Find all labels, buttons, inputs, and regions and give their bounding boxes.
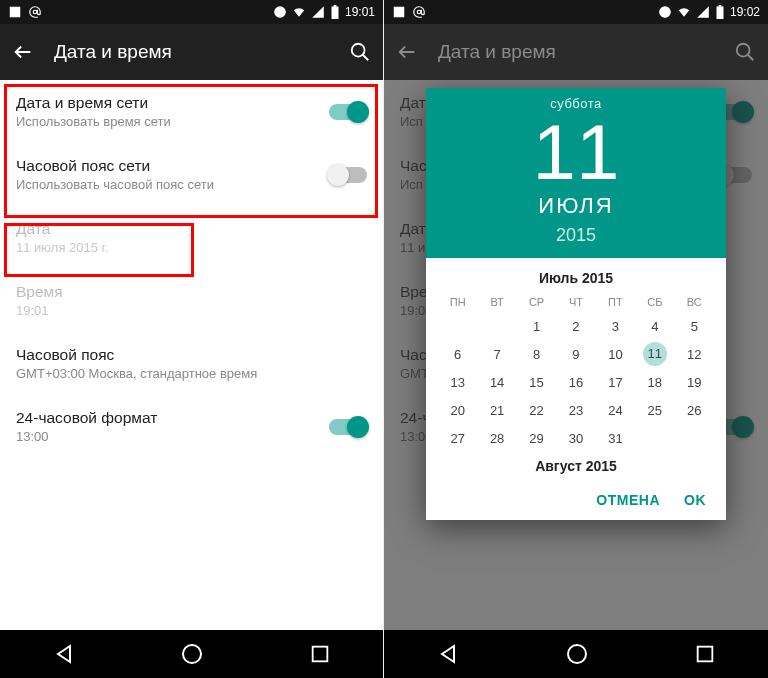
calendar-day[interactable]: 27: [438, 424, 477, 452]
row-subtitle: Использовать время сети: [16, 114, 329, 129]
no-sim-icon: [658, 5, 672, 19]
calendar-day[interactable]: 7: [477, 340, 516, 368]
back-icon[interactable]: [12, 41, 34, 63]
row-network-timezone[interactable]: Часовой пояс сети Использовать часовой п…: [0, 143, 383, 206]
battery-icon: [330, 5, 340, 19]
svg-point-1: [352, 44, 365, 57]
nav-recent-icon[interactable]: [694, 643, 716, 665]
calendar-day[interactable]: 17: [596, 368, 635, 396]
svg-point-6: [568, 645, 586, 663]
row-network-datetime[interactable]: Дата и время сети Использовать время сет…: [0, 80, 383, 143]
calendar-day[interactable]: 22: [517, 396, 556, 424]
calendar-day[interactable]: 29: [517, 424, 556, 452]
row-date: Дата 11 июля 2015 г.: [0, 206, 383, 269]
row-24h[interactable]: 24-часовой формат 13:00: [0, 395, 383, 458]
calendar-day[interactable]: 6: [438, 340, 477, 368]
switch-24h[interactable]: [329, 419, 367, 435]
picker-weekday: суббота: [426, 96, 726, 111]
calendar-day[interactable]: 5: [675, 312, 714, 340]
nav-back-icon[interactable]: [436, 642, 460, 666]
row-subtitle: 13:00: [16, 429, 329, 444]
svg-point-5: [737, 44, 750, 57]
calendar-day[interactable]: 10: [596, 340, 635, 368]
row-title: 24-часовой формат: [16, 409, 329, 427]
picker-month: ИЮЛЯ: [426, 193, 726, 219]
calendar-day[interactable]: 24: [596, 396, 635, 424]
calendar-day[interactable]: 2: [556, 312, 595, 340]
appbar-title: Дата и время: [54, 41, 172, 63]
calendar-grid: ПН ВТ СР ЧТ ПТ СБ ВС ..12345 6789101112 …: [438, 292, 714, 452]
calendar-month-label: Август 2015: [438, 458, 714, 474]
row-title: Время: [16, 283, 367, 301]
dialog-actions: ОТМЕНА OK: [426, 480, 726, 520]
row-timezone[interactable]: Часовой пояс GMT+03:00 Москва, стандартн…: [0, 332, 383, 395]
weekday-header: СР: [517, 292, 556, 312]
at-icon: [412, 5, 426, 19]
status-bar: 19:02: [384, 0, 768, 24]
calendar-body[interactable]: Июль 2015 ПН ВТ СР ЧТ ПТ СБ ВС ..12345 6…: [426, 258, 726, 480]
screenshot-right: 19:02 Дата и время Дат Исп Час: [384, 0, 768, 678]
back-icon: [396, 41, 418, 63]
status-clock: 19:02: [730, 5, 760, 19]
calendar-day[interactable]: 3: [596, 312, 635, 340]
ok-button[interactable]: OK: [684, 492, 706, 508]
row-subtitle: 11 июля 2015 г.: [16, 240, 367, 255]
calendar-day[interactable]: 9: [556, 340, 595, 368]
weekday-header: ПН: [438, 292, 477, 312]
calendar-day[interactable]: 19: [675, 368, 714, 396]
nav-home-icon[interactable]: [565, 642, 589, 666]
row-title: Часовой пояс сети: [16, 157, 329, 175]
picker-year[interactable]: 2015: [426, 225, 726, 246]
calendar-day[interactable]: 30: [556, 424, 595, 452]
nav-bar: [384, 630, 768, 678]
weekday-header: ВТ: [477, 292, 516, 312]
status-bar: 19:01: [0, 0, 383, 24]
calendar-day[interactable]: 21: [477, 396, 516, 424]
row-subtitle: Использовать часовой пояс сети: [16, 177, 329, 192]
app-bar: Дата и время: [0, 24, 383, 80]
date-picker-header: суббота 11 ИЮЛЯ 2015: [426, 88, 726, 258]
weekday-header: ВС: [675, 292, 714, 312]
signal-icon: [311, 5, 325, 19]
weekday-header: ЧТ: [556, 292, 595, 312]
calendar-day[interactable]: 16: [556, 368, 595, 396]
calendar-day[interactable]: 14: [477, 368, 516, 396]
wifi-icon: [677, 5, 691, 19]
no-sim-icon: [273, 5, 287, 19]
svg-rect-7: [697, 647, 712, 662]
at-icon: [28, 5, 42, 19]
search-icon[interactable]: [349, 41, 371, 63]
image-icon: [8, 5, 22, 19]
nav-bar: [0, 630, 383, 678]
battery-icon: [715, 5, 725, 19]
calendar-day-selected[interactable]: 11: [635, 340, 674, 368]
calendar-day[interactable]: 25: [635, 396, 674, 424]
calendar-day[interactable]: 20: [438, 396, 477, 424]
wifi-icon: [292, 5, 306, 19]
calendar-day[interactable]: 31: [596, 424, 635, 452]
row-time: Время 19:01: [0, 269, 383, 332]
calendar-day[interactable]: 28: [477, 424, 516, 452]
nav-home-icon[interactable]: [180, 642, 204, 666]
switch-network-timezone[interactable]: [329, 167, 367, 183]
calendar-day[interactable]: 4: [635, 312, 674, 340]
row-title: Часовой пояс: [16, 346, 367, 364]
calendar-day[interactable]: 13: [438, 368, 477, 396]
calendar-day[interactable]: 12: [675, 340, 714, 368]
nav-recent-icon[interactable]: [309, 643, 331, 665]
calendar-day[interactable]: 8: [517, 340, 556, 368]
app-bar: Дата и время: [384, 24, 768, 80]
screenshot-left: 19:01 Дата и время Дата и время сети Исп…: [0, 0, 384, 678]
calendar-day[interactable]: 15: [517, 368, 556, 396]
weekday-header: СБ: [635, 292, 674, 312]
nav-back-icon[interactable]: [52, 642, 76, 666]
search-icon: [734, 41, 756, 63]
switch-network-datetime[interactable]: [329, 104, 367, 120]
image-icon: [392, 5, 406, 19]
calendar-day[interactable]: 23: [556, 396, 595, 424]
calendar-day[interactable]: 18: [635, 368, 674, 396]
cancel-button[interactable]: ОТМЕНА: [596, 492, 660, 508]
picker-day[interactable]: 11: [426, 111, 726, 193]
calendar-day[interactable]: 26: [675, 396, 714, 424]
calendar-day[interactable]: 1: [517, 312, 556, 340]
